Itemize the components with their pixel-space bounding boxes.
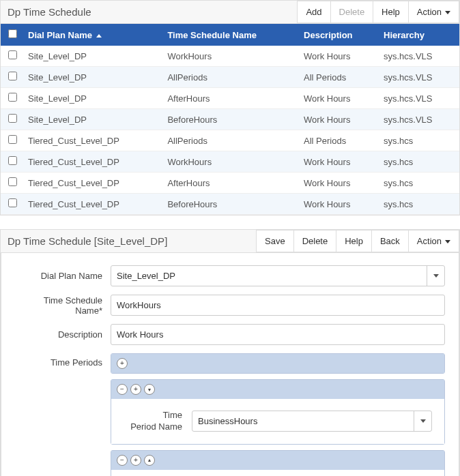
cell-description: Work Hours [300,46,379,67]
cell-schedule: WorkHours [163,151,300,173]
schedule-name-input[interactable] [111,295,445,316]
remove-period-button[interactable]: − [117,384,128,395]
cell-description: All Periods [300,67,379,88]
table-row[interactable]: Tiered_Cust_Level_DPAllPeriodsAll Period… [1,130,459,151]
chevron-down-icon[interactable] [414,411,431,431]
description-input[interactable] [111,324,445,345]
table-row[interactable]: Tiered_Cust_Level_DPBeforeHoursWork Hour… [1,194,459,215]
cell-dial-plan: Site_Level_DP [24,67,163,88]
dial-plan-select[interactable] [111,265,445,286]
cell-description: Work Hours [300,173,379,194]
list-title: Dp Time Schedule [1,1,98,23]
cell-dial-plan: Tiered_Cust_Level_DP [24,151,163,173]
delete-button[interactable]: Delete [330,1,373,23]
cell-schedule: AllPeriods [163,67,300,88]
cell-schedule: AfterHours [163,88,300,109]
cell-dial-plan: Site_Level_DP [24,88,163,109]
cell-dial-plan: Site_Level_DP [24,46,163,67]
table-row[interactable]: Site_Level_DPAfterHoursWork Hourssys.hcs… [1,88,459,109]
cell-hierarchy: sys.hcs [379,151,459,173]
label-period-name: TimePeriod Name [124,410,192,433]
detail-help-button[interactable]: Help [336,230,371,252]
label-dial-plan: Dial Plan Name [15,271,111,281]
label-time-periods: Time Periods [15,353,111,368]
cell-hierarchy: sys.hcs [379,173,459,194]
table-row[interactable]: Tiered_Cust_Level_DPWorkHoursWork Hourss… [1,151,459,173]
col-hierarchy[interactable]: Hierarchy [379,24,459,46]
cell-hierarchy: sys.hcs.VLS [379,88,459,109]
cell-description: Work Hours [300,109,379,130]
move-down-button[interactable]: ▼ [144,384,155,395]
row-checkbox[interactable] [8,72,17,80]
cell-hierarchy: sys.hcs.VLS [379,109,459,130]
row-checkbox[interactable] [8,135,17,144]
cell-dial-plan: Site_Level_DP [24,109,163,130]
cell-schedule: BeforeHours [163,109,300,130]
cell-hierarchy: sys.hcs [379,194,459,215]
table-row[interactable]: Site_Level_DPWorkHoursWork Hourssys.hcs.… [1,46,459,67]
cell-dial-plan: Tiered_Cust_Level_DP [24,194,163,215]
remove-period-button[interactable]: − [117,455,128,466]
add-period-button[interactable]: + [130,384,141,395]
table-row[interactable]: Site_Level_DPAllPeriodsAll Periodssys.hc… [1,67,459,88]
col-dial-plan[interactable]: Dial Plan Name [24,24,163,46]
add-button[interactable]: Add [297,1,330,23]
label-description: Description [15,329,111,340]
select-all-checkbox[interactable] [8,29,17,38]
cell-description: All Periods [300,130,379,151]
col-schedule[interactable]: Time Schedule Name [163,24,300,46]
cell-schedule: WorkHours [163,46,300,67]
schedule-table: Dial Plan Name Time Schedule Name Descri… [1,24,459,215]
row-checkbox[interactable] [8,177,17,186]
cell-dial-plan: Tiered_Cust_Level_DP [24,173,163,194]
cell-schedule: BeforeHours [163,194,300,215]
time-period-panel: −+▼TimePeriod Name [111,379,445,445]
row-checkbox[interactable] [8,114,17,123]
time-period-panel: −+▲TimePeriod Name [111,450,445,476]
label-schedule-name: Time Schedule Name* [15,295,111,316]
row-checkbox[interactable] [8,50,17,59]
add-period-button[interactable]: + [117,358,128,369]
cell-dial-plan: Tiered_Cust_Level_DP [24,130,163,151]
cell-schedule: AfterHours [163,173,300,194]
detail-title: Dp Time Schedule [Site_Level_DP] [1,230,174,252]
cell-hierarchy: sys.hcs.VLS [379,67,459,88]
help-button[interactable]: Help [373,1,408,23]
detail-action-button[interactable]: Action [408,230,459,252]
move-up-button[interactable]: ▲ [144,455,155,466]
row-checkbox[interactable] [8,156,17,165]
cell-schedule: AllPeriods [163,130,300,151]
cell-hierarchy: sys.hcs.VLS [379,46,459,67]
table-row[interactable]: Site_Level_DPBeforeHoursWork Hourssys.hc… [1,109,459,130]
period-name-select[interactable] [192,411,432,432]
cell-description: Work Hours [300,88,379,109]
cell-description: Work Hours [300,151,379,173]
detail-delete-button[interactable]: Delete [293,230,336,252]
cell-hierarchy: sys.hcs [379,130,459,151]
back-button[interactable]: Back [371,230,408,252]
chevron-down-icon[interactable] [427,266,444,286]
cell-description: Work Hours [300,194,379,215]
action-button[interactable]: Action [408,1,459,23]
table-row[interactable]: Tiered_Cust_Level_DPAfterHoursWork Hours… [1,173,459,194]
save-button[interactable]: Save [256,230,293,252]
col-description[interactable]: Description [300,24,379,46]
row-checkbox[interactable] [8,93,17,102]
add-period-button[interactable]: + [130,455,141,466]
row-checkbox[interactable] [8,198,17,207]
